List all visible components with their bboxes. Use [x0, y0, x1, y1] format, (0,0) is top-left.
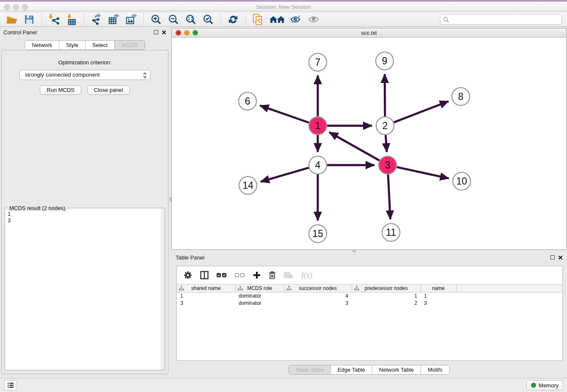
import-network-icon[interactable]	[47, 13, 61, 26]
close-panel-button[interactable]: Close panel	[87, 86, 130, 95]
column-header-name[interactable]: name	[421, 284, 456, 293]
graph-node-8[interactable]: 8	[452, 88, 470, 105]
zoom-fit-icon[interactable]	[184, 13, 198, 26]
table-row[interactable]: 3dominator323	[177, 300, 562, 307]
graph-edge-4-14[interactable]	[261, 168, 309, 182]
graph-node-4[interactable]: 4	[309, 156, 327, 174]
float-table-panel-icon[interactable]	[550, 255, 555, 259]
network-window-title: scc.txt	[172, 30, 566, 36]
select-all-icon[interactable]	[217, 272, 227, 278]
export-table-icon[interactable]	[107, 13, 121, 26]
table-cell[interactable]: 3	[284, 300, 352, 307]
window-titlebar: Session: New Session	[0, 0, 567, 11]
add-column-icon[interactable]	[253, 271, 261, 279]
graph-node-1[interactable]: 1	[309, 117, 327, 135]
table-cell[interactable]: 1	[177, 293, 235, 300]
show-all-icon[interactable]	[307, 13, 320, 26]
table-cell[interactable]: dominator	[235, 293, 284, 300]
table-cell[interactable]: dominator	[235, 300, 284, 307]
first-neighbors-icon[interactable]	[269, 13, 286, 26]
toolbar-separator	[41, 14, 42, 25]
deselect-all-icon[interactable]	[235, 272, 245, 278]
column-header-successor-nodes[interactable]: successor nodes	[284, 284, 352, 293]
node-label: 7	[315, 57, 321, 68]
graph-node-6[interactable]: 6	[239, 92, 256, 110]
graph-edge-2-3[interactable]	[385, 135, 387, 152]
criterion-select[interactable]: strongly connected component	[19, 70, 151, 80]
graph-node-15[interactable]: 15	[309, 225, 327, 243]
cell-filler	[456, 300, 562, 307]
zoom-in-icon[interactable]	[149, 13, 163, 26]
clone-network-icon[interactable]	[251, 13, 265, 26]
save-session-icon[interactable]	[22, 13, 36, 26]
table-row[interactable]: 1dominator411	[177, 293, 562, 300]
search-field[interactable]	[440, 14, 562, 25]
graph-node-3[interactable]: 3	[379, 156, 396, 174]
column-header-shared-name[interactable]: shared name	[177, 284, 235, 293]
graph-node-11[interactable]: 11	[382, 224, 400, 241]
apply-layout-icon[interactable]	[226, 13, 240, 26]
memory-button[interactable]: Memory	[526, 380, 563, 390]
column-options-icon[interactable]	[200, 271, 209, 279]
toolbar-separator	[245, 14, 246, 25]
tab-style[interactable]: Style	[59, 41, 85, 50]
graph-edge-3-10[interactable]	[396, 167, 449, 179]
mcds-result-text[interactable]: 1 3	[5, 209, 160, 370]
table-cell[interactable]: 2	[352, 300, 421, 307]
control-panel: Control Panel Network Style Select MCDS …	[0, 27, 170, 378]
export-network-icon[interactable]	[90, 13, 103, 26]
open-session-icon[interactable]	[5, 13, 19, 26]
column-header-MCDS-role[interactable]: MCDS role	[235, 284, 284, 293]
run-mcds-button[interactable]: Run MCDS	[40, 86, 81, 95]
node-label: 3	[385, 160, 391, 171]
graph-edge-3-1[interactable]	[329, 132, 380, 160]
table-cell[interactable]: 3	[421, 300, 456, 307]
close-table-panel-icon[interactable]	[558, 255, 563, 260]
network-canvas[interactable]: 7968124314101511	[172, 38, 566, 249]
node-label: 6	[245, 96, 250, 107]
node-table-container: f(x) shared nameMCDS rolesuccessor nodes…	[176, 266, 563, 361]
tab-motifs[interactable]: Motifs	[421, 365, 449, 374]
graph-node-14[interactable]: 14	[239, 177, 257, 194]
control-panel-tabs: Network Style Select MCDS	[25, 40, 145, 50]
graph-edge-1-6[interactable]	[260, 105, 309, 123]
result-scrollbar[interactable]	[161, 208, 165, 370]
table-cell[interactable]: 1	[352, 293, 421, 300]
table-cell[interactable]: 4	[284, 293, 352, 300]
mcds-panel-body: Optimization criterion: strongly connect…	[1, 50, 168, 374]
search-input[interactable]	[449, 17, 559, 22]
zoom-out-icon[interactable]	[167, 13, 180, 26]
close-panel-icon[interactable]	[162, 30, 166, 35]
tab-select[interactable]: Select	[85, 41, 114, 50]
graph-node-10[interactable]: 10	[453, 172, 471, 190]
graph-edge-3-11[interactable]	[388, 174, 390, 219]
table-panel: Table Panel	[171, 252, 567, 376]
gear-icon[interactable]	[184, 271, 192, 279]
table-cell[interactable]: 3	[177, 300, 235, 307]
float-panel-icon[interactable]	[154, 30, 158, 34]
tab-network-table[interactable]: Network Table	[372, 365, 421, 374]
cell-filler	[456, 293, 562, 300]
zoom-selected-icon[interactable]	[201, 13, 215, 26]
memory-label: Memory	[539, 382, 559, 389]
tab-network[interactable]: Network	[25, 41, 59, 50]
node-label: 9	[382, 55, 388, 66]
graph-node-9[interactable]: 9	[376, 52, 394, 70]
network-window-titlebar[interactable]: ✕ − + scc.txt	[172, 28, 566, 38]
import-table-icon[interactable]	[65, 13, 78, 26]
table-cell[interactable]: 1	[421, 293, 456, 300]
column-header-predecessor-nodes[interactable]: predecessor nodes	[352, 284, 421, 293]
tab-mcds[interactable]: MCDS	[114, 41, 144, 50]
task-history-button[interactable]	[4, 380, 17, 390]
graph-node-7[interactable]: 7	[309, 53, 327, 71]
memory-status-icon	[531, 383, 536, 388]
delete-column-icon[interactable]	[269, 271, 276, 279]
tab-edge-table[interactable]: Edge Table	[330, 365, 372, 374]
hide-selected-icon[interactable]	[289, 13, 303, 26]
graph-edge-2-9[interactable]	[385, 74, 385, 116]
graph-node-2[interactable]: 2	[376, 117, 394, 135]
export-image-icon[interactable]	[124, 13, 138, 26]
network-view-window: ✕ − + scc.txt 7968124314101511	[171, 28, 567, 250]
graph-edge-2-8[interactable]	[394, 101, 449, 122]
tab-node-table[interactable]: Node Table	[289, 365, 330, 374]
